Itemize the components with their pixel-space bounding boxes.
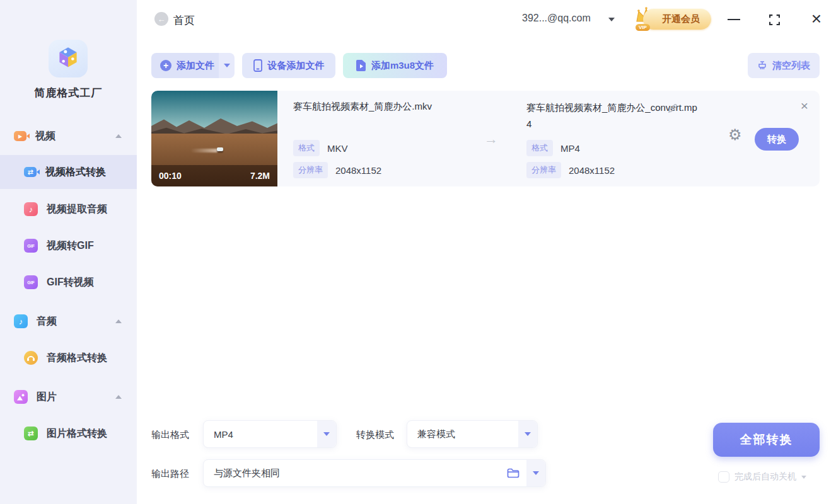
clear-list-label: 清空列表 <box>772 60 810 72</box>
caret-down-icon <box>525 432 531 436</box>
collapse-caret-icon <box>115 395 122 399</box>
add-m3u8-button[interactable]: 添加m3u8文件 <box>343 53 447 78</box>
sidebar: 简鹿格式工厂 ▶ 视频 ⇄ 视频格式转换 ♪ 视频提取音频 GIF 视频转GIF… <box>0 0 137 504</box>
source-format-row: 格式 MKV <box>293 140 348 156</box>
back-button[interactable]: ← <box>154 12 168 26</box>
folder-icon <box>507 468 520 478</box>
caret-down-icon <box>801 476 806 479</box>
edit-filename-button[interactable] <box>668 103 678 115</box>
select-caret-zone[interactable] <box>518 421 537 447</box>
convert-button[interactable]: 转换 <box>755 128 799 151</box>
maximize-button[interactable] <box>763 11 785 28</box>
collapse-caret-icon <box>115 319 122 323</box>
sidebar-item-extract-audio[interactable]: ♪ 视频提取音频 <box>0 195 137 223</box>
sidebar-item-label: GIF转视频 <box>47 276 94 289</box>
sidebar-group-video[interactable]: ▶ 视频 <box>0 122 137 150</box>
picture-icon <box>14 390 28 404</box>
minimize-icon <box>728 19 740 20</box>
page-title: 首页 <box>173 13 195 28</box>
auto-shutdown-label: 完成后自动关机 <box>734 471 796 483</box>
pencil-icon <box>668 103 678 113</box>
output-path-input[interactable]: 与源文件夹相同 <box>203 459 546 487</box>
add-file-button[interactable]: + 添加文件 <box>151 53 219 78</box>
path-dropdown-button[interactable] <box>526 460 545 486</box>
add-m3u8-label: 添加m3u8文件 <box>371 60 434 72</box>
caret-down-icon <box>323 432 330 436</box>
phone-icon <box>253 59 262 72</box>
video-thumbnail[interactable]: 00:10 7.2M <box>151 91 277 186</box>
row-settings-button[interactable]: ⚙ <box>728 127 742 142</box>
browse-folder-button[interactable] <box>500 468 526 478</box>
vip-tag[interactable]: VIP <box>636 24 650 31</box>
add-from-device-button[interactable]: 设备添加文件 <box>242 53 335 78</box>
convert-mode-selected-value: 兼容模式 <box>417 428 518 440</box>
close-icon: × <box>801 98 808 113</box>
output-format-field-label: 输出格式 <box>151 429 189 441</box>
sidebar-item-label: 图片格式转换 <box>47 427 107 440</box>
video-duration: 00:10 <box>159 171 182 181</box>
sidebar-item-video-to-gif[interactable]: GIF 视频转GIF <box>0 232 137 260</box>
sidebar-item-label: 音频格式转换 <box>47 352 107 365</box>
convert-all-button[interactable]: 全部转换 <box>713 423 820 457</box>
collapse-caret-icon <box>115 134 122 138</box>
auto-shutdown-option[interactable]: 完成后自动关机 <box>718 471 806 483</box>
add-file-dropdown-button[interactable] <box>219 53 235 78</box>
sidebar-item-gif-to-video[interactable]: GIF GIF转视频 <box>0 268 137 296</box>
add-from-device-label: 设备添加文件 <box>268 60 325 72</box>
sidebar-item-image-convert[interactable]: ⇄ 图片格式转换 <box>0 420 137 447</box>
sidebar-item-label: 视频提取音频 <box>47 203 107 216</box>
vip-upgrade-button[interactable]: 开通会员 <box>643 9 711 30</box>
sidebar-group-audio[interactable]: ♪ 音频 <box>0 307 137 335</box>
app-title: 简鹿格式工厂 <box>0 86 137 100</box>
remove-file-button[interactable]: × <box>796 97 813 115</box>
output-path-field-label: 输出路径 <box>151 468 189 480</box>
thumbnail-car <box>217 147 223 151</box>
minimize-button[interactable] <box>723 11 745 28</box>
close-window-button[interactable]: × <box>805 8 828 30</box>
gear-icon: ⚙ <box>728 126 742 143</box>
sidebar-item-audio-convert[interactable]: 音频格式转换 <box>0 344 137 372</box>
broom-icon <box>757 60 767 71</box>
sidebar-item-label: 视频格式转换 <box>45 166 106 179</box>
cube-logo-icon <box>55 45 81 72</box>
vip-upgrade-label: 开通会员 <box>662 13 700 25</box>
image-convert-icon: ⇄ <box>24 427 38 440</box>
thumbnail-info-bar: 00:10 7.2M <box>151 165 277 186</box>
plus-icon: + <box>160 60 171 71</box>
sidebar-group-label: 图片 <box>37 391 57 404</box>
output-path-value: 与源文件夹相同 <box>214 467 500 479</box>
headphones-icon <box>24 351 38 365</box>
clear-list-button[interactable]: 清空列表 <box>748 53 820 78</box>
sidebar-group-label: 音频 <box>37 315 57 328</box>
back-arrow-icon: ← <box>158 14 166 24</box>
output-format-selected-value: MP4 <box>214 429 317 440</box>
gif-icon: GIF <box>24 239 38 253</box>
resolution-tag: 分辨率 <box>526 162 561 178</box>
sidebar-group-image[interactable]: 图片 <box>0 383 137 411</box>
select-caret-zone[interactable] <box>317 421 336 447</box>
close-icon: × <box>811 9 821 29</box>
format-tag: 格式 <box>526 140 553 156</box>
format-tag: 格式 <box>293 140 320 156</box>
output-format-value: MP4 <box>560 143 580 154</box>
convert-mode-field-label: 转换模式 <box>356 429 394 441</box>
output-format-select[interactable]: MP4 <box>203 420 337 448</box>
maximize-icon <box>769 14 780 25</box>
account-dropdown-caret-icon[interactable] <box>608 18 615 21</box>
resolution-tag: 分辨率 <box>293 162 328 178</box>
file-icon <box>356 60 366 71</box>
arrow-right-icon: → <box>484 131 498 147</box>
source-filename: 赛车航拍视频素材_简鹿办公.mkv <box>293 101 476 113</box>
convert-mode-select[interactable]: 兼容模式 <box>407 420 538 448</box>
caret-down-icon <box>224 64 230 67</box>
output-resolution-row: 分辨率 2048x1152 <box>526 162 615 178</box>
sidebar-item-label: 视频转GIF <box>47 239 94 253</box>
sidebar-item-video-convert[interactable]: ⇄ 视频格式转换 <box>0 155 137 189</box>
auto-shutdown-checkbox[interactable] <box>718 471 729 483</box>
app-window: 简鹿格式工厂 ▶ 视频 ⇄ 视频格式转换 ♪ 视频提取音频 GIF 视频转GIF… <box>0 0 836 504</box>
app-logo-icon <box>49 40 88 77</box>
account-email[interactable]: 392...@qq.com <box>522 13 591 24</box>
music-note-icon: ♪ <box>14 314 28 328</box>
music-note-icon: ♪ <box>24 202 38 216</box>
source-resolution-value: 2048x1152 <box>335 165 381 176</box>
